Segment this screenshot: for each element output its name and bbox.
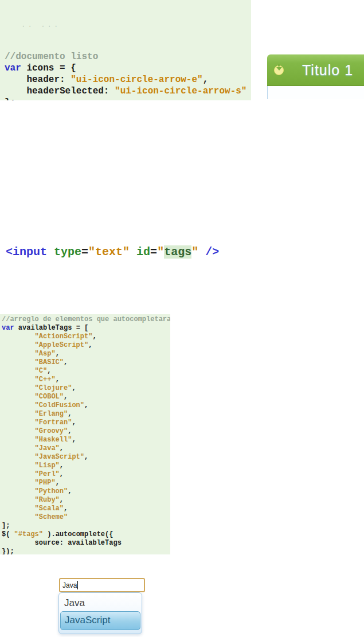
tags-input[interactable]: Java bbox=[59, 578, 145, 592]
code-line: "C++", bbox=[2, 376, 170, 384]
code-line: "Asp", bbox=[2, 350, 170, 358]
code-line: "Lisp", bbox=[2, 462, 170, 470]
code-line: headerSelected: "ui-icon-circle-arrow-s" bbox=[5, 85, 251, 97]
code-line: "PHP", bbox=[2, 479, 170, 487]
code-line: "Scheme" bbox=[2, 513, 170, 522]
tags-input-value: Java bbox=[62, 581, 77, 589]
code-line: "Groovy", bbox=[2, 427, 170, 436]
code-line: "JavaScript", bbox=[2, 453, 170, 462]
code-line: "Perl", bbox=[2, 470, 170, 479]
code-line: "BASIC", bbox=[2, 358, 170, 367]
autocomplete-item-javascript[interactable]: JavaScript bbox=[60, 611, 140, 630]
code-line: var icons = { bbox=[5, 62, 251, 74]
code-line: //documento listo bbox=[5, 51, 251, 62]
code-line: header: "ui-icon-circle-arrow-e", bbox=[5, 74, 251, 85]
code-line: ]; bbox=[2, 522, 170, 530]
code-line: "AppleScript", bbox=[2, 341, 170, 350]
accordion-widget: Titulo 1 bbox=[267, 54, 364, 99]
code-line: "Haskell", bbox=[2, 436, 170, 444]
code-line: }); bbox=[2, 548, 170, 554]
code-line: <input type="text" id="tags" /> bbox=[6, 245, 219, 260]
code-line: "Fortran", bbox=[2, 419, 170, 427]
code-lines: //documento listovar icons = { header: "… bbox=[5, 51, 251, 100]
accordion-title: Titulo 1 bbox=[302, 62, 353, 79]
code-line: "Java", bbox=[2, 444, 170, 453]
code-line: "Scala", bbox=[2, 505, 170, 513]
text-cursor bbox=[77, 581, 78, 589]
code-line: "Python", bbox=[2, 487, 170, 496]
code-line: "ColdFusion", bbox=[2, 401, 170, 410]
code-line: "Ruby", bbox=[2, 496, 170, 505]
accordion-code-block: ·· ··· //documento listovar icons = { he… bbox=[0, 0, 251, 100]
autocomplete-menu: Java JavaScript bbox=[58, 592, 142, 634]
arrow-head bbox=[276, 67, 282, 71]
accordion-header-titulo-1[interactable]: Titulo 1 bbox=[267, 54, 364, 86]
code-line: $( "#tags" ).autocomplete({ bbox=[2, 530, 170, 539]
code-line: }; bbox=[5, 97, 251, 100]
clipped-code-fragment: ·· ··· bbox=[22, 25, 251, 28]
page: ·· ··· //documento listovar icons = { he… bbox=[0, 0, 364, 637]
code-line: "COBOL", bbox=[2, 393, 170, 401]
autocomplete-item-java[interactable]: Java bbox=[59, 595, 142, 611]
autocomplete-code-block: //arreglo de elementos que autocompletar… bbox=[0, 314, 170, 554]
code-line: var availableTags = [ bbox=[2, 324, 170, 333]
code-line: "Erlang", bbox=[2, 410, 170, 419]
input-html-snippet: <input type="text" id="tags" /> bbox=[6, 245, 219, 260]
circle-arrow-down-icon bbox=[274, 65, 284, 75]
code-line: //arreglo de elementos que autocompletar… bbox=[2, 315, 170, 324]
arrow-stem bbox=[278, 64, 280, 67]
code-line: source: availableTags bbox=[2, 539, 170, 548]
code-line: "Clojure", bbox=[2, 384, 170, 393]
accordion-panel bbox=[267, 86, 364, 99]
code-line: "C", bbox=[2, 367, 170, 376]
code-line: "ActionScript", bbox=[2, 333, 170, 341]
